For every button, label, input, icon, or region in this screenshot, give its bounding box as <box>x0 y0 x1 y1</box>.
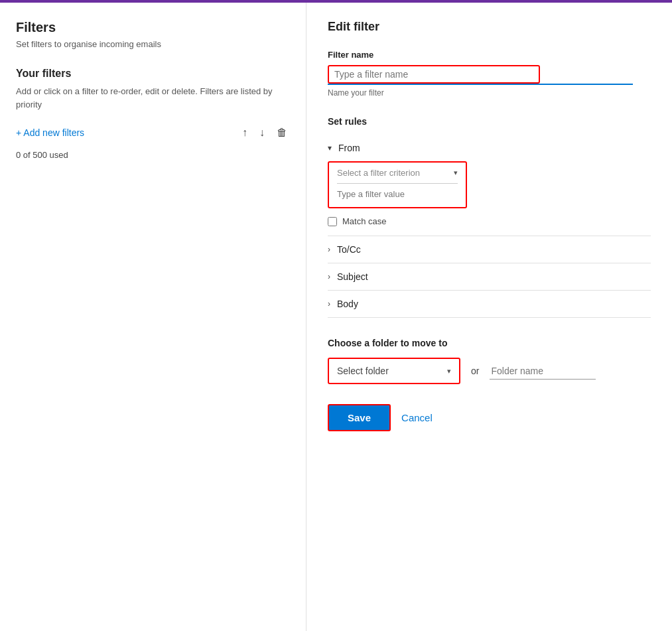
folder-name-input[interactable] <box>490 363 596 380</box>
filter-value-input[interactable] <box>337 184 458 202</box>
edit-filter-title: Edit filter <box>328 20 651 34</box>
move-down-button[interactable]: ↓ <box>257 125 267 140</box>
from-label: From <box>338 143 360 153</box>
tocc-row[interactable]: › To/Cc <box>328 236 651 263</box>
folder-section-label: Choose a folder to move to <box>328 338 651 348</box>
top-bar <box>0 0 672 3</box>
filter-name-label: Filter name <box>328 50 651 60</box>
from-section: ▾ From Select a filter criterion ▾ Match… <box>328 136 651 236</box>
action-buttons: Save Cancel <box>328 404 651 431</box>
criterion-dropdown-arrow: ▾ <box>454 169 458 177</box>
add-new-filters-button[interactable]: + Add new filters <box>16 127 84 138</box>
save-button[interactable]: Save <box>328 404 391 431</box>
body-chevron: › <box>328 299 330 309</box>
folder-dropdown-arrow: ▾ <box>447 367 451 376</box>
criterion-placeholder: Select a filter criterion <box>337 168 420 178</box>
your-filters-title: Your filters <box>16 68 290 80</box>
match-case-row: Match case <box>328 216 651 226</box>
tocc-chevron: › <box>328 245 330 254</box>
folder-section: Choose a folder to move to Select folder… <box>328 338 651 384</box>
page-title: Filters <box>16 20 290 35</box>
filter-controls: + Add new filters ↑ ↓ 🗑 <box>16 125 290 140</box>
from-expanded-content: Select a filter criterion ▾ <box>328 161 467 208</box>
or-text: or <box>471 366 479 376</box>
filter-name-section: Filter name Name your filter <box>328 50 651 98</box>
subject-row[interactable]: › Subject <box>328 263 651 291</box>
filter-name-input-border <box>328 65 540 84</box>
match-case-label: Match case <box>342 216 386 226</box>
from-header[interactable]: ▾ From <box>328 143 651 161</box>
set-rules-section: Set rules ▾ From Select a filter criteri… <box>328 116 651 318</box>
body-label: Body <box>337 299 358 309</box>
cancel-button[interactable]: Cancel <box>401 412 433 423</box>
match-case-checkbox[interactable] <box>328 217 337 226</box>
tocc-label: To/Cc <box>337 244 361 255</box>
set-rules-label: Set rules <box>328 116 651 127</box>
subject-chevron: › <box>328 272 330 281</box>
your-filters-desc: Add or click on a filter to re-order, ed… <box>16 85 290 111</box>
subject-label: Subject <box>337 271 368 282</box>
move-up-button[interactable]: ↑ <box>239 125 250 140</box>
delete-button[interactable]: 🗑 <box>274 125 290 140</box>
select-folder-dropdown[interactable]: Select folder ▾ <box>328 358 460 384</box>
filter-name-input[interactable] <box>334 69 533 80</box>
criterion-select[interactable]: Select a filter criterion ▾ <box>337 168 458 184</box>
select-folder-label: Select folder <box>337 366 389 376</box>
filter-icons: ↑ ↓ 🗑 <box>239 125 290 140</box>
right-panel: Edit filter Filter name Name your filter… <box>306 0 672 631</box>
usage-text: 0 of 500 used <box>16 150 68 160</box>
folder-row: Select folder ▾ or <box>328 358 651 384</box>
filter-name-hint: Name your filter <box>328 88 651 98</box>
body-row[interactable]: › Body <box>328 291 651 318</box>
from-chevron: ▾ <box>328 143 332 153</box>
page-subtitle: Set filters to organise incoming emails <box>16 39 290 49</box>
left-panel: Filters Set filters to organise incoming… <box>0 0 306 631</box>
